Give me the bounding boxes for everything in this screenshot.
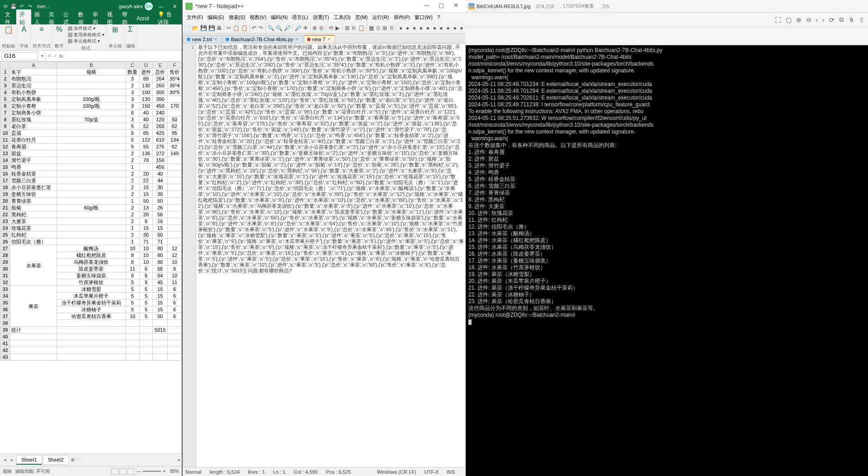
col-D[interactable]: D: [139, 62, 153, 69]
fullscreen-icon[interactable]: ⛶: [775, 16, 781, 24]
ribbon-剪贴板[interactable]: 📋剪贴板: [0, 24, 18, 50]
row-header[interactable]: 17: [0, 177, 10, 184]
ribbon-单元格[interactable]: ⊞单元格: [107, 24, 124, 50]
npp-close-icon[interactable]: ✕: [448, 2, 463, 11]
row-header[interactable]: 30: [0, 266, 10, 272]
row-header[interactable]: 32: [0, 279, 10, 286]
row-header[interactable]: 13: [0, 150, 10, 157]
toolbar-icon[interactable]: 🔎: [283, 24, 291, 32]
row-header[interactable]: 29: [0, 259, 10, 266]
table-row[interactable]: 3景迈生沱213026035*4: [0, 82, 182, 89]
col-B[interactable]: B: [57, 62, 126, 69]
table-row[interactable]: 25红枸杞23060: [0, 232, 182, 238]
row-header[interactable]: 4: [0, 89, 10, 96]
table-row[interactable]: 39统计5015: [0, 327, 182, 333]
npp-tab[interactable]: Baichuan2-7B-Chat-4bits.py✕: [222, 35, 303, 43]
table-row[interactable]: 24玫瑰花茶11515: [0, 225, 182, 232]
npp-menu-item[interactable]: 文件(F): [184, 14, 205, 21]
hsplit-nav-icon[interactable]: ◂: [177, 457, 180, 463]
row-header[interactable]: 12: [0, 143, 10, 150]
table-row[interactable]: 40: [0, 333, 182, 340]
row-header[interactable]: 40: [0, 333, 10, 340]
toolbar-icon[interactable]: 📄: [184, 24, 191, 32]
undo-icon[interactable]: ↶: [18, 3, 25, 10]
toolbar-icon[interactable]: ●: [452, 24, 458, 32]
toolbar-icon[interactable]: ●: [418, 24, 425, 32]
redo-icon[interactable]: ↷: [26, 3, 33, 10]
minimize-icon[interactable]: —: [156, 4, 166, 9]
table-row[interactable]: 13斑盆2136272149: [0, 150, 182, 157]
table-row[interactable]: 41: [0, 340, 182, 347]
toolbar-icon[interactable]: 👁: [302, 24, 309, 32]
sheet-tab-Sheet1[interactable]: Sheet1: [16, 455, 42, 465]
row-header[interactable]: 31: [0, 272, 10, 279]
row-header[interactable]: 21: [0, 205, 10, 211]
zoom-in-icon[interactable]: ⊕: [796, 16, 802, 24]
toolbar-icon[interactable]: ●: [398, 24, 404, 32]
view-layout-icon[interactable]: [119, 468, 127, 475]
table-row[interactable]: 19姜糖五味饮21530: [0, 191, 182, 198]
zoom-out-icon[interactable]: ⊖: [806, 16, 811, 24]
row-header[interactable]: 11: [0, 137, 10, 143]
row-header[interactable]: 39: [0, 327, 10, 333]
npp-menu-item[interactable]: 运行(R): [370, 14, 391, 21]
toolbar-icon[interactable]: ↶: [251, 24, 257, 32]
row-header[interactable]: 5: [0, 96, 10, 103]
npp-menu-item[interactable]: 设置(T): [311, 14, 331, 21]
toolbar-icon[interactable]: ⊖: [318, 24, 325, 32]
share-icon[interactable]: ⇧: [859, 16, 864, 24]
toolbar-icon[interactable]: ▦: [368, 24, 374, 32]
row-header[interactable]: 9: [0, 123, 10, 130]
view-normal-icon[interactable]: [111, 468, 118, 475]
ribbon-样式[interactable]: ▦ 条件格式 ▾▦ 套用表格格式 ▾▦ 单元格样式 ▾样式: [66, 24, 107, 50]
row-header[interactable]: 37: [0, 313, 10, 320]
row-header[interactable]: 6: [0, 103, 10, 109]
toolbar-icon[interactable]: ⎘: [351, 24, 357, 32]
add-sheet-icon[interactable]: ⊕: [71, 457, 75, 463]
zoom-slider[interactable]: [143, 471, 161, 472]
npp-menu-item[interactable]: 视图(V): [247, 14, 269, 21]
row-header[interactable]: 26: [0, 238, 10, 245]
ribbon-对齐方式[interactable]: ≡对齐方式: [31, 24, 53, 50]
row-header[interactable]: 41: [0, 340, 10, 347]
toolbar-icon[interactable]: 🔍: [267, 24, 275, 32]
table-row[interactable]: 27水果茶酸梅汤10108012: [0, 245, 182, 252]
npp-menu-item[interactable]: ?: [435, 14, 442, 20]
ribbon-编辑[interactable]: Σ编辑: [124, 24, 137, 50]
npp-menu-item[interactable]: 工具(O): [331, 14, 353, 21]
col-C[interactable]: C: [126, 62, 139, 69]
toolbar-icon[interactable]: ⎘: [388, 24, 395, 32]
npp-menu-item[interactable]: 插件(P): [392, 14, 413, 21]
toolbar-icon[interactable]: ⊞: [344, 24, 350, 32]
toolbar-icon[interactable]: ⊞: [382, 24, 388, 32]
npp-menu-item[interactable]: 窗口(W): [412, 14, 435, 21]
col-E[interactable]: E: [153, 62, 168, 69]
table-row[interactable]: 33果茶冰糖雪梨55156: [0, 286, 182, 293]
sheet-tab-Sheet2[interactable]: Sheet2: [43, 455, 69, 465]
excel-grid[interactable]: ABCDEF1名字规格数量进件总价售价2布朗熟沱38826435*43景迈生沱2…: [0, 62, 182, 453]
col-A[interactable]: A: [10, 62, 57, 69]
npp-menu-item[interactable]: 编辑(E): [205, 14, 226, 21]
table-row[interactable]: 21胎菊60g/瓶21326: [0, 205, 182, 211]
table-row[interactable]: 42: [0, 347, 182, 354]
table-row[interactable]: 14滑竹梁子278156: [0, 157, 182, 164]
toolbar-icon[interactable]: 🔎: [294, 24, 302, 32]
toolbar-icon[interactable]: ↷: [258, 24, 264, 32]
table-row[interactable]: 43: [0, 354, 182, 361]
toolbar-icon[interactable]: 💾: [200, 24, 208, 32]
code-area[interactable]: 基于以下已知信息，简洁和专业的来回答用户的问题。如果无法从中得到答案，请说\n'…: [196, 43, 466, 467]
row-header[interactable]: 28: [0, 252, 10, 259]
table-row[interactable]: 17雪颜三白茶22244: [0, 177, 182, 184]
row-header[interactable]: 7: [0, 109, 10, 116]
col-F[interactable]: F: [168, 62, 182, 69]
npp-tab[interactable]: new 7✕: [304, 35, 335, 43]
toolbar-icon[interactable]: ●: [458, 24, 465, 32]
toolbar-icon[interactable]: ⟲: [328, 24, 334, 32]
tab-close-icon[interactable]: ✕: [327, 37, 331, 42]
rotate-icon[interactable]: ⟳: [829, 16, 835, 24]
terminal-output[interactable]: (myconda) root@ZDQllv:~/Baichuan2-main# …: [466, 45, 868, 476]
tab-close-icon[interactable]: ✕: [295, 37, 299, 42]
npp-tab[interactable]: new 2.txt✕: [184, 35, 222, 43]
formula-input[interactable]: [65, 52, 180, 59]
clipboard-icon[interactable]: 🖰: [848, 16, 854, 24]
